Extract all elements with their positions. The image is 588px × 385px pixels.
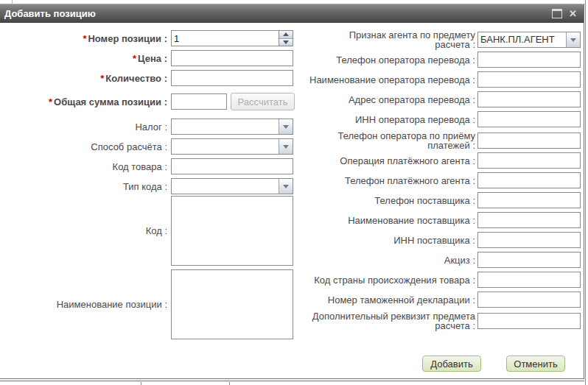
origin-country-code-label: Код страны происхождения товара : bbox=[298, 275, 477, 286]
price-label: *Цена : bbox=[0, 53, 171, 64]
field-row-product-code: Код товара : bbox=[0, 158, 298, 174]
transfer-operator-name-label: Наименование оператора перевода : bbox=[298, 74, 477, 85]
payment-agent-phone-input[interactable] bbox=[477, 172, 581, 188]
background-table-column-divider bbox=[229, 382, 230, 385]
payment-agent-phone-label: Телефон платёжного агента : bbox=[298, 175, 477, 186]
field-row-transfer-operator-phone: Телефон оператора перевода : bbox=[298, 52, 584, 68]
field-row-position-number: *Номер позиции : bbox=[0, 30, 298, 46]
page-right-border bbox=[585, 0, 586, 385]
label-text: Цена : bbox=[138, 53, 167, 64]
transfer-operator-inn-label: ИНН оператора перевода : bbox=[298, 114, 477, 125]
dialog-title: Добавить позицию bbox=[4, 8, 552, 19]
background-table-column-divider bbox=[141, 382, 141, 385]
field-row-payment-agent-phone: Телефон платёжного агента : bbox=[298, 172, 584, 188]
select-value bbox=[172, 139, 279, 154]
calculate-button[interactable]: Рассчитать bbox=[231, 93, 295, 110]
cancel-button[interactable]: Отменить bbox=[506, 356, 565, 372]
transfer-operator-phone-input[interactable] bbox=[477, 52, 581, 68]
customs-declaration-label: Номер таможенной декларации : bbox=[298, 294, 477, 305]
payment-agent-operation-input[interactable] bbox=[477, 152, 581, 169]
supplier-inn-input[interactable] bbox=[477, 232, 581, 248]
close-icon[interactable]: ✕ bbox=[569, 9, 577, 18]
field-row-code-type: Тип кода : bbox=[0, 178, 298, 194]
agent-attribute-label: Признак агента по предмету расчета : bbox=[298, 30, 477, 49]
field-row-customs-declaration: Номер таможенной декларации : bbox=[298, 292, 584, 308]
dropdown-arrow-icon bbox=[566, 32, 580, 47]
position-name-label: Наименование позиции : bbox=[0, 299, 171, 310]
agent-attribute-select[interactable]: БАНК.ПЛ.АГЕНТ bbox=[477, 32, 581, 48]
field-row-code: Код : bbox=[0, 196, 298, 266]
supplier-phone-input[interactable] bbox=[477, 192, 581, 208]
supplier-phone-label: Телефон поставщика : bbox=[298, 195, 477, 206]
excise-label: Акциз : bbox=[298, 255, 477, 266]
window-controls: ✕ bbox=[552, 9, 577, 18]
dialog-body: *Номер позиции : *Цена : *Количество : bbox=[0, 24, 584, 378]
product-code-input[interactable] bbox=[171, 158, 293, 174]
select-value bbox=[172, 179, 279, 194]
transfer-operator-address-label: Адрес оператора перевода : bbox=[298, 94, 477, 105]
supplier-name-label: Наименование поставщика : bbox=[298, 215, 477, 226]
add-position-dialog: Добавить позицию ✕ *Номер позиции : *Цен… bbox=[0, 4, 584, 379]
tax-select[interactable] bbox=[171, 119, 293, 135]
origin-country-code-input[interactable] bbox=[477, 272, 581, 288]
field-row-additional-requisite: Дополнительный реквизит предмета расчета… bbox=[298, 311, 584, 331]
transfer-operator-address-input[interactable] bbox=[477, 91, 581, 107]
field-row-payment-agent-operation: Операция платёжного агента : bbox=[298, 152, 584, 169]
transfer-operator-phone-label: Телефон оператора перевода : bbox=[298, 54, 477, 66]
field-row-tax: Налог : bbox=[0, 119, 298, 135]
spinner-up-button[interactable] bbox=[279, 31, 293, 39]
field-row-transfer-operator-inn: ИНН оператора перевода : bbox=[298, 111, 584, 127]
arrow-up-icon bbox=[283, 32, 289, 36]
supplier-inn-label: ИНН поставщика : bbox=[298, 235, 477, 246]
label-text: Общая сумма позиции : bbox=[54, 96, 167, 107]
price-input[interactable] bbox=[171, 50, 293, 66]
field-row-agent-attribute: Признак агента по предмету расчета : БАН… bbox=[298, 30, 584, 49]
excise-input[interactable] bbox=[477, 252, 581, 268]
payment-operator-phone-input[interactable] bbox=[477, 133, 581, 149]
dropdown-arrow-icon bbox=[279, 139, 293, 154]
payment-method-select[interactable] bbox=[171, 138, 293, 155]
dialog-titlebar[interactable]: Добавить позицию ✕ bbox=[0, 4, 584, 23]
code-type-label: Тип кода : bbox=[0, 181, 171, 192]
transfer-operator-inn-input[interactable] bbox=[477, 111, 581, 127]
additional-requisite-input[interactable] bbox=[477, 313, 581, 329]
left-column: *Номер позиции : *Цена : *Количество : bbox=[0, 30, 298, 343]
dropdown-arrow-icon bbox=[279, 179, 293, 194]
dialog-footer: Добавить Отменить bbox=[422, 356, 565, 372]
payment-method-label: Способ расчёта : bbox=[0, 141, 171, 152]
background-table-border bbox=[0, 381, 584, 381]
code-textarea[interactable] bbox=[171, 196, 293, 266]
field-row-payment-operator-phone: Телефон оператора по приёму платежей : bbox=[298, 131, 584, 150]
code-label: Код : bbox=[0, 225, 171, 236]
field-row-supplier-name: Наименование поставщика : bbox=[298, 212, 584, 228]
maximize-icon[interactable] bbox=[552, 9, 562, 18]
code-type-select[interactable] bbox=[171, 178, 293, 194]
field-row-price: *Цена : bbox=[0, 50, 298, 66]
position-number-label: *Номер позиции : bbox=[0, 33, 171, 44]
quantity-input[interactable] bbox=[171, 70, 293, 86]
field-row-total-sum: *Общая сумма позиции : Рассчитать bbox=[0, 93, 298, 110]
total-sum-input[interactable] bbox=[171, 93, 227, 110]
transfer-operator-name-input[interactable] bbox=[477, 71, 581, 88]
position-number-spinner bbox=[171, 30, 293, 46]
quantity-label: *Количество : bbox=[0, 73, 171, 84]
additional-requisite-label: Дополнительный реквизит предмета расчета… bbox=[298, 311, 477, 331]
field-row-supplier-phone: Телефон поставщика : bbox=[298, 192, 584, 208]
dropdown-arrow-icon bbox=[279, 119, 293, 134]
field-row-payment-method: Способ расчёта : bbox=[0, 138, 298, 155]
supplier-name-input[interactable] bbox=[477, 212, 581, 228]
spinner-down-button[interactable] bbox=[279, 39, 293, 46]
label-text: Количество : bbox=[105, 73, 167, 84]
add-button[interactable]: Добавить bbox=[422, 356, 481, 372]
customs-declaration-input[interactable] bbox=[477, 292, 581, 308]
field-row-transfer-operator-name: Наименование оператора перевода : bbox=[298, 71, 584, 88]
arrow-down-icon bbox=[283, 40, 289, 44]
select-value bbox=[172, 119, 279, 134]
payment-agent-operation-label: Операция платёжного агента : bbox=[298, 155, 477, 166]
product-code-label: Код товара : bbox=[0, 161, 171, 172]
field-row-origin-country-code: Код страны происхождения товара : bbox=[298, 272, 584, 288]
position-name-textarea[interactable] bbox=[171, 269, 293, 339]
total-sum-label: *Общая сумма позиции : bbox=[0, 96, 171, 107]
position-number-input[interactable] bbox=[171, 30, 293, 46]
right-column: Признак агента по предмету расчета : БАН… bbox=[298, 30, 584, 333]
